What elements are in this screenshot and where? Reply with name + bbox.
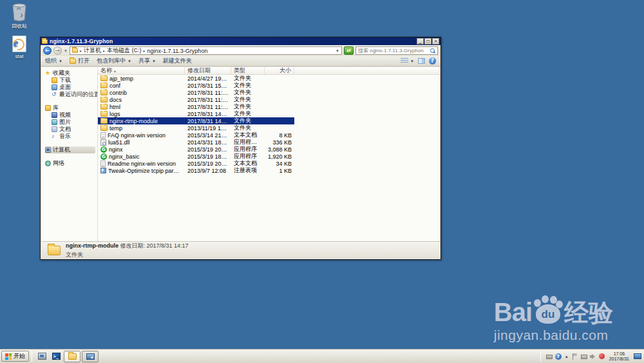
column-header-date[interactable]: 修改日期 xyxy=(185,67,231,74)
sidebar-item-库[interactable]: 库 xyxy=(45,104,97,112)
breadcrumb-segment[interactable]: 计算机 xyxy=(84,46,101,55)
breadcrumb[interactable]: ▸计算机▸本地磁盘 (C:)▸nginx-1.7.11.3-Gryphon ▼ xyxy=(70,46,342,55)
window-content: 收藏夹下载桌面最近访问的位置库视频图片文档音乐计算机网络 名称▲修改日期类型大小… xyxy=(41,66,440,241)
file-name-cell: nginx_basic xyxy=(98,153,185,160)
file-row[interactable]: nginx2015/3/19 20:37应用程序3,088 KB xyxy=(98,146,440,153)
column-header-size[interactable]: 大小 xyxy=(265,67,294,74)
file-row[interactable]: contrib2017/8/31 11:51文件夹 xyxy=(98,89,440,96)
file-row[interactable]: html2017/8/31 11:51文件夹 xyxy=(98,103,440,110)
file-date: 2013/11/19 19:45 xyxy=(185,125,231,132)
search-placeholder: 搜索 nginx-1.7.11.3-Gryphon xyxy=(358,47,430,54)
videos-icon xyxy=(52,112,57,118)
file-name-cell: nginx-rtmp-module xyxy=(98,118,185,124)
reg-file-icon xyxy=(100,168,106,173)
title-bar[interactable]: nginx-1.7.11.3-Gryphon _ □ ✕ xyxy=(41,37,440,45)
include-in-library-button[interactable]: 包含到库中 ▼ xyxy=(97,57,131,65)
forward-button[interactable]: → xyxy=(53,46,62,55)
file-name: Readme nginx-win version xyxy=(108,161,176,167)
column-header-type[interactable]: 类型 xyxy=(231,67,265,74)
powershell-button[interactable]: >_ xyxy=(50,351,62,362)
include-label: 包含到库中 xyxy=(97,57,126,65)
action-center-flag-icon[interactable] xyxy=(572,353,578,360)
file-row[interactable]: logs2017/8/31 14:35文件夹 xyxy=(98,110,440,117)
show-hidden-icons-button[interactable]: ▲ xyxy=(564,355,569,358)
desktop-icon-recycle-bin[interactable]: 回收站 xyxy=(3,3,36,30)
sidebar-item-label: 最近访问的位置 xyxy=(59,90,98,99)
file-row[interactable]: nginx_basic2015/3/19 18:26应用程序1,920 KB xyxy=(98,153,440,160)
breadcrumb-segment[interactable]: nginx-1.7.11.3-Gryphon xyxy=(147,48,208,54)
change-view-button[interactable]: ▼ xyxy=(401,58,414,64)
file-date: 2014/3/31 18:35 xyxy=(185,139,231,146)
sidebar-item-计算机[interactable]: 计算机 xyxy=(45,146,95,153)
text-file-icon xyxy=(100,161,106,167)
help-tray-icon[interactable]: ? xyxy=(555,353,562,360)
sidebar-item-图片[interactable]: 图片 xyxy=(45,119,97,126)
refresh-button[interactable]: ⇄ xyxy=(344,46,354,55)
desktop-icon-stat[interactable]: stat xyxy=(3,35,36,59)
status-record-icon[interactable] xyxy=(599,353,605,359)
app-task-button[interactable] xyxy=(82,351,99,362)
file-size: 1 KB xyxy=(265,168,294,174)
list-view-icon xyxy=(401,58,408,64)
tray-clock[interactable]: 17:06 2017/8/31 xyxy=(607,351,631,362)
back-button[interactable]: ← xyxy=(43,46,52,55)
file-name: lua51.dll xyxy=(108,139,130,146)
open-folder-icon xyxy=(70,59,76,64)
clock-date: 2017/8/31 xyxy=(609,357,629,361)
network-icon xyxy=(45,161,51,166)
start-button[interactable]: 开始 xyxy=(1,351,29,362)
sidebar-item-收藏夹[interactable]: 收藏夹 xyxy=(45,70,97,77)
show-desktop-button[interactable] xyxy=(634,353,641,359)
sidebar-item-文档[interactable]: 文档 xyxy=(45,126,97,133)
breadcrumb-separator-icon: ▸ xyxy=(79,48,82,53)
system-tray: ? ▲ 17:06 2017/8/31 xyxy=(538,351,643,362)
file-row[interactable]: Tweak-Optimize tcpip parameters fo...201… xyxy=(98,167,440,174)
file-name: docs xyxy=(109,97,122,103)
minimize-button[interactable]: _ xyxy=(417,38,424,44)
file-row[interactable]: temp2013/11/19 19:45文件夹 xyxy=(98,124,440,132)
sort-ascending-icon: ▲ xyxy=(113,69,117,73)
file-name: temp xyxy=(109,125,122,132)
file-date: 2017/8/31 11:51 xyxy=(185,90,231,96)
folder-file-icon xyxy=(100,75,108,81)
file-row[interactable]: docs2017/8/31 11:51文件夹 xyxy=(98,96,440,103)
file-row[interactable]: conf2017/8/31 15:04文件夹 xyxy=(98,82,440,89)
file-name-cell: lua51.dll xyxy=(98,139,185,146)
server-manager-button[interactable] xyxy=(36,351,48,362)
printer-icon[interactable] xyxy=(546,355,553,359)
file-row[interactable]: nginx-rtmp-module2017/8/31 14:17文件夹 xyxy=(98,117,294,124)
sidebar-item-音乐[interactable]: 音乐 xyxy=(45,133,97,140)
file-row[interactable]: ajp_temp2014/4/27 19:11文件夹 xyxy=(98,75,440,82)
help-button[interactable]: ? xyxy=(429,57,436,64)
close-button[interactable]: ✕ xyxy=(432,38,439,44)
share-button[interactable]: 共享 ▼ xyxy=(138,57,156,65)
nginx-file-icon xyxy=(100,146,107,153)
sidebar-item-最近访问的位置[interactable]: 最近访问的位置 xyxy=(45,91,97,98)
breadcrumb-items: ▸计算机▸本地磁盘 (C:)▸nginx-1.7.11.3-Gryphon xyxy=(79,46,207,55)
column-header-name[interactable]: 名称▲ xyxy=(98,67,185,74)
maximize-button[interactable]: □ xyxy=(424,38,431,44)
new-folder-button[interactable]: 新建文件夹 xyxy=(163,57,192,65)
open-button[interactable]: 打开 xyxy=(70,57,90,65)
network-icon[interactable] xyxy=(581,355,587,359)
volume-icon[interactable] xyxy=(590,353,596,360)
sidebar-item-网络[interactable]: 网络 xyxy=(45,160,97,167)
sidebar-item-下载[interactable]: 下载 xyxy=(45,77,97,84)
preview-pane-button[interactable] xyxy=(418,58,425,64)
breadcrumb-segment[interactable]: 本地磁盘 (C:) xyxy=(107,46,142,55)
folder-file-icon xyxy=(100,104,108,110)
explorer-task-button[interactable] xyxy=(64,351,80,362)
text-file-icon xyxy=(100,132,106,139)
file-row[interactable]: Readme nginx-win version2015/3/19 20:43文… xyxy=(98,160,440,167)
folder-file-icon xyxy=(100,125,108,131)
organize-button[interactable]: 组织 ▼ xyxy=(45,57,62,65)
file-row[interactable]: lua51.dll2014/3/31 18:35应用程序扩展336 KB xyxy=(98,139,440,146)
sidebar-item-视频[interactable]: 视频 xyxy=(45,112,97,119)
recent-icon xyxy=(52,92,57,97)
file-row[interactable]: FAQ nginx-win version2015/3/14 21:20文本文档… xyxy=(98,132,440,139)
file-name-cell: nginx xyxy=(98,146,185,153)
desktop-icon-label: 回收站 xyxy=(12,23,27,29)
search-input[interactable]: 搜索 nginx-1.7.11.3-Gryphon xyxy=(355,46,438,55)
nav-history-dropdown-icon[interactable]: ▼ xyxy=(64,49,68,53)
address-dropdown-icon[interactable]: ▼ xyxy=(336,49,339,53)
